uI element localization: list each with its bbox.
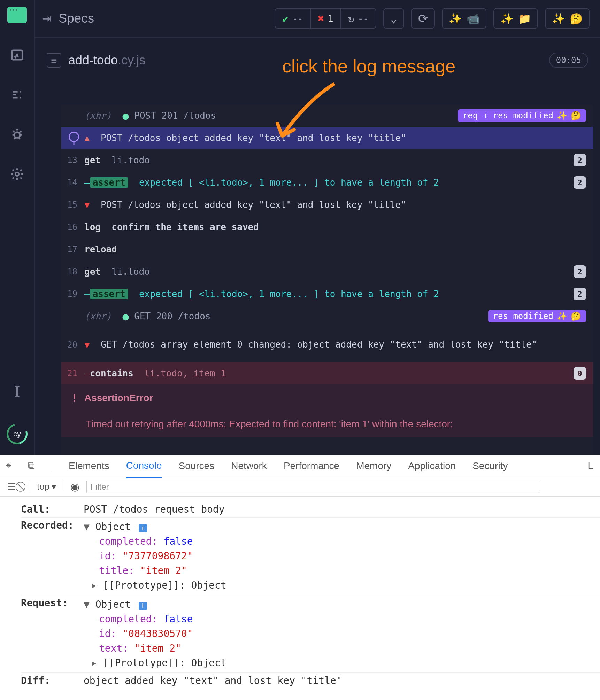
log-line-failed[interactable]: 21 —contains li.todo, item 1 0: [61, 362, 593, 384]
disclosure-triangle-icon[interactable]: ▼: [84, 521, 95, 532]
pending-count: --: [358, 13, 369, 24]
caret-down-icon: ▼: [84, 340, 90, 350]
devtools-tabs: ⌖ ⧉ Elements Console Sources Network Per…: [0, 455, 600, 477]
app-header: ⇥ Specs ✔-- ✖1 ↻-- ⌄ ⟳ ✨📹 ✨📁 ✨🤔: [35, 0, 600, 38]
context-selector[interactable]: top ▾: [37, 481, 56, 492]
log-line[interactable]: 15 ▼ POST /todos object added key "text"…: [61, 194, 593, 216]
device-toolbar-icon[interactable]: ⧉: [28, 460, 35, 472]
tab-overflow[interactable]: L: [587, 460, 600, 472]
svg-point-6: [14, 132, 20, 138]
disclosure-triangle-icon[interactable]: ▸: [91, 580, 103, 591]
element-count-badge: 2: [574, 154, 586, 166]
pass-count: --: [292, 13, 303, 24]
devtools-panel: ⌖ ⧉ Elements Console Sources Network Per…: [0, 455, 600, 700]
studio-wand-folder-button[interactable]: ✨📁: [493, 8, 538, 29]
console-sidebar-toggle-icon[interactable]: ☰: [7, 481, 16, 492]
intercept-badge: req + res modified✨🤔: [458, 109, 586, 122]
status-dot-icon: ●: [123, 310, 129, 322]
tab-application[interactable]: Application: [408, 460, 456, 472]
log-line-xhr[interactable]: (xhr) ● GET 200 /todos res modified✨🤔: [61, 305, 593, 327]
debug-nav-icon[interactable]: [9, 127, 25, 142]
console-row[interactable]: Request: ▼ Object i completed: false id:…: [21, 595, 600, 673]
element-count-badge: 2: [574, 265, 586, 278]
log-line-assert[interactable]: 19 —assert expected [ <li.todo>, 1 more.…: [61, 283, 593, 305]
info-badge-icon[interactable]: i: [139, 602, 147, 610]
element-count-badge: 0: [574, 367, 586, 380]
element-count-badge: 2: [574, 176, 586, 189]
tab-memory[interactable]: Memory: [356, 460, 391, 472]
log-line[interactable]: 18 get li.todo 2: [61, 260, 593, 283]
run-status-pill: ✔-- ✖1 ↻--: [275, 8, 376, 29]
console-toolbar: ☰ ⃠ top ▾ ◉ Filter: [0, 477, 600, 497]
element-count-badge: 2: [574, 288, 586, 300]
tab-elements[interactable]: Elements: [69, 460, 109, 472]
pending-icon: ↻: [348, 13, 354, 25]
rerun-button[interactable]: ⟳: [411, 8, 435, 29]
fail-icon: ✖: [318, 12, 324, 25]
pass-icon: ✔: [282, 13, 289, 25]
info-badge-icon[interactable]: i: [139, 524, 147, 532]
annotation-text: click the log message: [282, 56, 455, 77]
spec-file-icon: ≡: [47, 53, 61, 68]
disclosure-triangle-icon[interactable]: ▼: [84, 599, 95, 610]
console-output: Call: POST /todos request body Recorded:…: [0, 497, 600, 689]
app-sidebar: [0, 0, 35, 455]
log-line[interactable]: 16 log confirm the items are saved: [61, 216, 593, 238]
log-line-pinned[interactable]: ▲ POST /todos object added key "text" an…: [61, 127, 593, 149]
svg-point-7: [15, 172, 19, 176]
assertion-error-message: Timed out retrying after 4000ms: Expecte…: [61, 412, 593, 437]
tab-console[interactable]: Console: [126, 460, 162, 478]
spec-file-name[interactable]: add-todo.cy.js: [68, 53, 145, 68]
caret-down-icon: ▼: [84, 200, 90, 210]
expand-dropdown-button[interactable]: ⌄: [383, 8, 404, 29]
log-line-assert[interactable]: 14 —assert expected [ <li.todo>, 1 more.…: [61, 171, 593, 194]
status-dot-icon: ●: [123, 110, 129, 122]
studio-wand-face-button[interactable]: ✨🤔: [545, 8, 590, 29]
page-title: Specs: [59, 11, 94, 26]
caret-up-icon: ▲: [84, 133, 90, 143]
settings-nav-icon[interactable]: [9, 166, 25, 182]
tab-security[interactable]: Security: [472, 460, 508, 472]
log-line[interactable]: 13 get li.todo 2: [61, 149, 593, 171]
assertion-error-header[interactable]: ! AssertionError: [61, 384, 593, 412]
log-line[interactable]: 20 ▼ GET /todos array element 0 changed:…: [61, 327, 593, 362]
fail-count: 1: [328, 13, 333, 24]
inspect-element-icon[interactable]: ⌖: [6, 460, 11, 472]
console-row[interactable]: Call: POST /todos request body: [21, 501, 600, 518]
pin-icon: [63, 132, 84, 144]
tab-network[interactable]: Network: [231, 460, 267, 472]
log-line-xhr[interactable]: (xhr) ● POST 201 /todos req + res modifi…: [61, 104, 593, 127]
console-row[interactable]: Diff: object added key "text" and lost k…: [21, 673, 600, 689]
app-logo[interactable]: [7, 7, 27, 23]
intercept-badge: res modified✨🤔: [488, 310, 586, 322]
studio-wand-camera-button[interactable]: ✨📹: [442, 8, 486, 29]
live-expression-icon[interactable]: ◉: [70, 481, 79, 493]
specs-nav-icon[interactable]: [9, 47, 25, 63]
console-filter-input[interactable]: Filter: [86, 481, 539, 493]
console-row[interactable]: Recorded: ▼ Object i completed: false id…: [21, 518, 600, 595]
tab-sources[interactable]: Sources: [178, 460, 214, 472]
cypress-logo-icon[interactable]: [3, 420, 31, 448]
disclosure-triangle-icon[interactable]: ▸: [91, 657, 103, 669]
collapse-sidebar-icon[interactable]: ⇥: [42, 11, 52, 25]
tab-performance[interactable]: Performance: [284, 460, 339, 472]
keyboard-shortcuts-icon[interactable]: [9, 384, 25, 399]
run-timer: 00:05: [549, 53, 588, 68]
runs-nav-icon[interactable]: [9, 87, 25, 102]
command-log: (xhr) ● POST 201 /todos req + res modifi…: [61, 104, 593, 455]
log-line[interactable]: 17 reload: [61, 238, 593, 260]
